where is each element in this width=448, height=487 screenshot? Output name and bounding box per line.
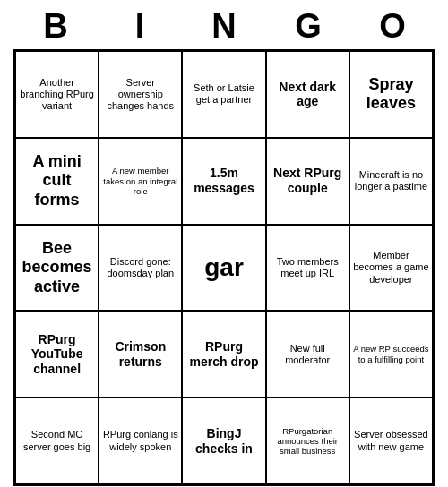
bingo-cell-4[interactable]: Spray leaves [349,51,433,138]
letter-b: B [16,7,95,46]
bingo-cell-1[interactable]: Server ownership changes hands [99,51,182,138]
bingo-cell-13[interactable]: Two members meet up IRL [266,225,349,312]
bingo-cell-2[interactable]: Seth or Latsie get a partner [182,51,265,138]
bingo-cell-20[interactable]: Second MC server goes big [15,397,99,484]
bingo-cell-21[interactable]: RPurg conlang is widely spoken [99,397,182,484]
bingo-cell-8[interactable]: Next RPurg couple [266,138,349,225]
bingo-cell-23[interactable]: RPurgatorian announces their small busin… [266,397,349,484]
bingo-cell-0[interactable]: Another branching RPurg variant [15,51,99,138]
bingo-header: B I N G O [13,0,435,49]
letter-g: G [269,7,348,46]
bingo-cell-12[interactable]: gar [182,225,265,312]
bingo-cell-3[interactable]: Next dark age [266,51,349,138]
bingo-cell-18[interactable]: New full moderator [266,311,349,397]
bingo-cell-14[interactable]: Member becomes a game developer [349,225,433,312]
bingo-cell-5[interactable]: A mini cult forms [15,138,99,225]
bingo-cell-17[interactable]: RPurg merch drop [182,311,265,397]
bingo-cell-11[interactable]: Discord gone: doomsday plan [99,225,182,312]
letter-n: N [185,7,263,46]
bingo-cell-10[interactable]: Bee becomes active [15,225,99,312]
bingo-cell-16[interactable]: Crimson returns [99,311,182,397]
bingo-cell-24[interactable]: Server obsessed with new game [349,397,433,484]
bingo-cell-7[interactable]: 1.5m messages [182,138,265,225]
bingo-grid: Another branching RPurg variantServer ow… [13,49,435,486]
bingo-cell-22[interactable]: BingJ checks in [182,397,265,484]
bingo-cell-15[interactable]: RPurg YouTube channel [15,311,99,397]
bingo-cell-6[interactable]: A new member takes on an integral role [99,138,182,225]
letter-o: O [353,7,432,46]
bingo-cell-19[interactable]: A new RP succeeds to a fulfilling point [349,311,433,397]
bingo-cell-9[interactable]: Minecraft is no longer a pastime [349,138,433,225]
letter-i: I [100,7,179,46]
